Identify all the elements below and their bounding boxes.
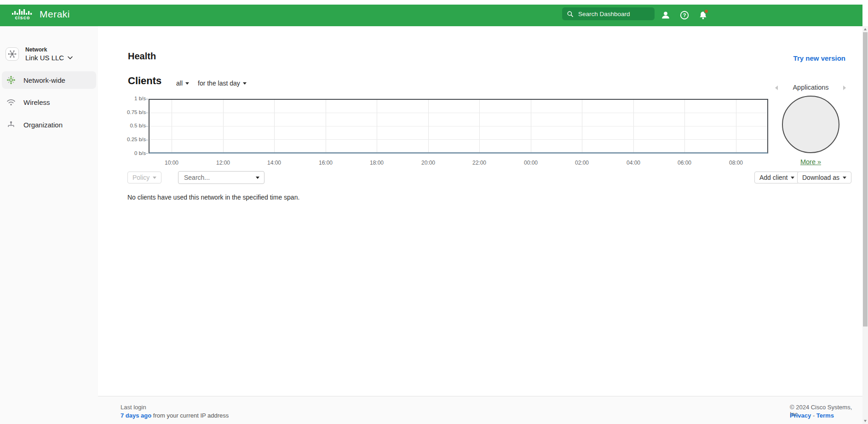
network-name: Link US LLC <box>25 54 64 62</box>
wifi-icon <box>6 98 16 106</box>
y-axis-tick-label: 0.5 b/s <box>98 123 146 128</box>
x-axis-tick-label: 02:00 <box>568 160 596 166</box>
x-axis-tick-label: 22:00 <box>466 160 493 166</box>
search-input[interactable] <box>577 10 646 18</box>
policy-button[interactable]: Policy <box>127 172 161 183</box>
account-button[interactable] <box>659 8 673 22</box>
caret-down-icon <box>243 82 247 85</box>
last-login-label: Last login <box>121 404 146 411</box>
page-title: Health <box>128 51 156 62</box>
y-axis-tick <box>146 126 148 126</box>
x-axis-tick-label: 18:00 <box>363 160 391 166</box>
scrollbar-up-button[interactable] <box>862 26 868 32</box>
y-axis-tick <box>146 99 148 99</box>
unread-notification-dot <box>704 9 709 14</box>
network-hub-icon <box>7 49 17 59</box>
y-axis-tick <box>146 140 148 140</box>
caret-down-icon <box>185 82 189 85</box>
y-axis-tick <box>146 113 148 113</box>
time-range-value: for the last day <box>198 80 240 87</box>
sidebar-item-label: Organization <box>23 121 63 129</box>
last-login-value: 7 days ago from your current IP address <box>121 412 229 419</box>
terms-link[interactable]: Terms <box>816 412 834 419</box>
x-axis-tick-label: 08:00 <box>722 160 750 166</box>
clients-filter-value: all <box>176 80 183 87</box>
client-search-input[interactable] <box>183 173 247 182</box>
x-axis-tick-label: 20:00 <box>414 160 442 166</box>
applications-next-arrow[interactable] <box>843 86 846 90</box>
y-axis-tick-label: 0 b/s <box>98 150 146 156</box>
help-icon: ? <box>679 10 690 20</box>
caret-down-icon <box>153 177 156 179</box>
sidebar-item-label: Network-wide <box>23 76 65 84</box>
legal-links: Privacy - Terms <box>790 412 834 419</box>
caret-down-icon <box>791 177 794 179</box>
sidebar-item-label: Wireless <box>23 98 50 106</box>
network-selector-label: Network <box>25 46 47 53</box>
svg-text:?: ? <box>683 12 686 18</box>
sidebar-item-wireless[interactable]: Wireless <box>2 93 96 111</box>
caret-down-icon <box>256 177 259 179</box>
vertical-scrollbar[interactable] <box>862 26 868 424</box>
network-wide-icon <box>6 75 16 85</box>
brand-logo[interactable]: cisco Meraki <box>12 8 70 20</box>
network-selector-icon-box[interactable] <box>6 47 19 61</box>
x-axis-tick-label: 16:00 <box>312 160 339 166</box>
applications-prev-arrow[interactable] <box>775 86 778 90</box>
applications-pie-chart <box>782 96 839 153</box>
cisco-wordmark: cisco <box>15 15 30 20</box>
time-range-dropdown[interactable]: for the last day <box>198 80 247 87</box>
x-axis-tick-label: 10:00 <box>158 160 185 166</box>
client-search-combobox[interactable] <box>178 171 264 184</box>
chevron-down-icon <box>67 56 73 60</box>
caret-down-icon <box>843 177 846 179</box>
main-content: Health Try new version Clients all for t… <box>98 26 862 396</box>
scrollbar-down-button[interactable] <box>862 418 868 424</box>
no-clients-message: No clients have used this network in the… <box>127 194 299 201</box>
applications-title: Applications <box>782 84 839 91</box>
sidebar-item-network-wide[interactable]: Network-wide <box>2 71 96 89</box>
x-axis-tick-label: 00:00 <box>517 160 545 166</box>
download-as-button[interactable]: Download as <box>797 172 851 183</box>
x-axis-tick-label: 04:00 <box>620 160 647 166</box>
y-axis-tick-label: 1 b/s <box>98 96 146 101</box>
top-navigation-bar: cisco Meraki ? <box>0 5 862 26</box>
x-axis-tick-label: 06:00 <box>671 160 698 166</box>
cisco-bars-icon <box>12 9 33 15</box>
search-icon <box>567 11 574 17</box>
meraki-wordmark: Meraki <box>40 9 70 20</box>
meraki-dashboard: cisco Meraki ? <box>0 0 868 424</box>
network-selector[interactable]: Link US LLC <box>25 54 73 62</box>
privacy-link[interactable]: Privacy <box>790 412 811 419</box>
applications-more-link[interactable]: More » <box>782 158 839 166</box>
add-client-button[interactable]: Add client <box>754 172 799 183</box>
y-axis-tick-label: 0.75 b/s <box>98 109 146 115</box>
user-icon <box>661 10 671 20</box>
try-new-version-link[interactable]: Try new version <box>793 54 845 62</box>
organization-icon <box>6 120 16 129</box>
x-axis-tick-label: 14:00 <box>260 160 288 166</box>
sidebar-item-organization[interactable]: Organization <box>2 116 96 133</box>
last-login-link[interactable]: 7 days ago <box>121 412 151 419</box>
sidebar: Network Link US LLC Network-wide <box>0 26 98 424</box>
dashboard-search[interactable] <box>562 7 655 20</box>
help-button[interactable]: ? <box>678 8 691 22</box>
scrollbar-thumb[interactable] <box>863 32 868 327</box>
scroll-up-icon <box>864 28 867 30</box>
notifications-button[interactable] <box>696 8 710 22</box>
x-axis-tick-label: 12:00 <box>209 160 237 166</box>
scroll-down-icon <box>864 420 867 422</box>
clients-section-title: Clients <box>128 75 161 87</box>
page-footer: Last login 7 days ago from your current … <box>98 396 862 424</box>
clients-usage-chart <box>149 99 768 154</box>
y-axis-tick <box>146 153 148 154</box>
y-axis-tick-label: 0.25 b/s <box>98 137 146 142</box>
cisco-logo: cisco <box>12 9 33 20</box>
clients-filter-dropdown[interactable]: all <box>176 80 189 87</box>
